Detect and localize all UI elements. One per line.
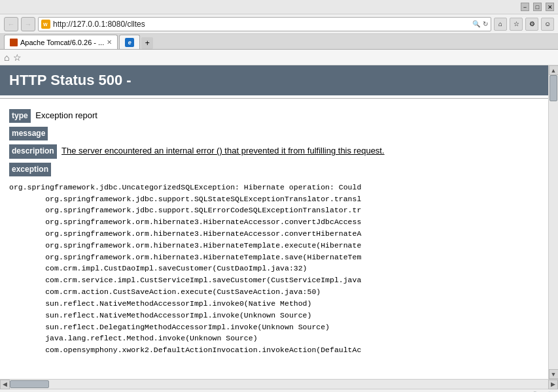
smiley-icon[interactable]: ☺ — [541, 18, 554, 31]
ie-icon: e — [125, 38, 134, 47]
hscroll-track[interactable] — [10, 380, 548, 389]
tab-tomcat[interactable]: Apache Tomcat/6.0.26 - ... ✕ — [4, 35, 118, 49]
address-bar[interactable]: W http://127.0.0.1:8080/clltes 🔍 ↻ — [38, 17, 491, 31]
type-label: type — [9, 109, 31, 123]
favorites-bar: ⌂ ☆ — [0, 50, 558, 65]
scroll-left-button[interactable]: ◀ — [0, 380, 10, 389]
tab-label: Apache Tomcat/6.0.26 - ... — [20, 39, 104, 46]
close-button[interactable]: ✕ — [546, 3, 554, 11]
favorites-home-icon[interactable]: ⌂ — [4, 52, 9, 63]
exception-label: exception — [9, 163, 51, 176]
hscroll-thumb[interactable] — [10, 380, 49, 388]
scroll-down-button[interactable]: ▼ — [549, 369, 559, 379]
description-value: The server encountered an internal error… — [61, 146, 385, 155]
type-value: Exception report — [35, 110, 97, 120]
vertical-scrollbar[interactable]: ▲ ▼ — [548, 65, 558, 379]
back-button[interactable]: ← — [4, 17, 18, 31]
horizontal-scrollbar[interactable]: ◀ ▶ — [0, 379, 558, 389]
home-icon[interactable]: ⌂ — [494, 18, 507, 31]
description-label: description — [9, 144, 57, 158]
tab-close-button[interactable]: ✕ — [107, 39, 112, 46]
http-body: type Exception report message descriptio… — [0, 101, 548, 360]
exception-row: exception — [9, 163, 539, 176]
favorites-icons: ⌂ ☆ — [4, 52, 22, 63]
browser-toolbar: ⌂ ☆ ⚙ ☺ — [494, 18, 554, 31]
exception-stacktrace: org.springframework.jdbc.UncategorizedSQ… — [9, 182, 539, 356]
svg-rect-2 — [10, 39, 18, 46]
address-bar-row: ← → W http://127.0.0.1:8080/clltes 🔍 ↻ ⌂… — [0, 14, 558, 34]
header-divider — [0, 98, 548, 99]
favorites-star-icon[interactable]: ☆ — [510, 18, 523, 31]
search-icon[interactable]: 🔍 — [472, 20, 480, 27]
favorites-star-icon[interactable]: ☆ — [13, 52, 22, 63]
status-bar: 🔍 🔒 — [0, 389, 558, 392]
type-row: type Exception report — [9, 109, 539, 123]
scroll-thumb[interactable] — [549, 75, 557, 101]
settings-icon[interactable]: ⚙ — [525, 18, 538, 31]
refresh-button[interactable]: ↻ — [483, 20, 488, 27]
address-icon: W — [41, 20, 50, 29]
tab-ie[interactable]: e — [119, 35, 140, 49]
maximize-button[interactable]: □ — [533, 3, 542, 11]
minimize-button[interactable]: − — [521, 3, 529, 11]
scroll-right-button[interactable]: ▶ — [548, 380, 558, 389]
forward-button[interactable]: → — [21, 17, 35, 31]
tab-tomcat-icon — [10, 39, 18, 46]
scroll-track[interactable] — [549, 75, 558, 369]
page-outer: HTTP Status 500 - type Exception report … — [0, 65, 558, 379]
title-bar: − □ ✕ — [0, 0, 558, 14]
new-tab-button[interactable]: + — [141, 37, 153, 49]
message-row: message — [9, 127, 539, 140]
address-text: http://127.0.0.1:8080/clltes — [53, 20, 470, 29]
message-label: message — [9, 127, 48, 140]
svg-text:W: W — [43, 22, 48, 27]
http-status-title: HTTP Status 500 - — [9, 72, 131, 88]
tab-bar: Apache Tomcat/6.0.26 - ... ✕ e + — [0, 34, 558, 50]
description-row: description The server encountered an in… — [9, 144, 539, 158]
page-content: HTTP Status 500 - type Exception report … — [0, 65, 548, 379]
scroll-up-button[interactable]: ▲ — [549, 65, 559, 75]
http-status-header: HTTP Status 500 - — [0, 65, 548, 95]
